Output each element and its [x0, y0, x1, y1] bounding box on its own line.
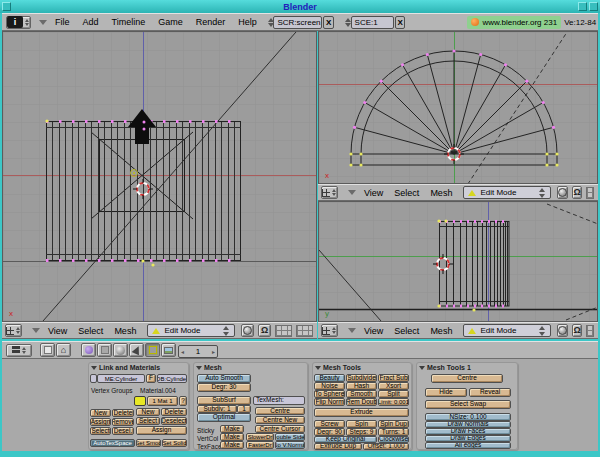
- draw-edges-toggle[interactable]: Draw Edges: [425, 435, 511, 442]
- steps-spinner[interactable]: Steps: 9: [346, 428, 377, 436]
- logic-context-button[interactable]: [81, 343, 96, 357]
- selected-vertex[interactable]: [141, 259, 144, 262]
- hide-button[interactable]: Hide: [425, 388, 467, 397]
- mesh-browse-button[interactable]: [90, 374, 97, 383]
- viewport-top-canvas[interactable]: x: [319, 32, 597, 183]
- layer-buttons-a[interactable]: [586, 325, 594, 337]
- material-index-spinner[interactable]: 1 Mat 1: [147, 396, 178, 406]
- set-solid-button[interactable]: Set Solid: [162, 439, 187, 447]
- autotexspace-toggle[interactable]: AutoTexSpace: [90, 439, 135, 447]
- spin-dup-button[interactable]: Spin Dup: [378, 420, 409, 428]
- editor-type-button[interactable]: [5, 324, 22, 337]
- no-vnormal-toggle[interactable]: No V.Normal: [275, 441, 305, 449]
- fract-subd-button[interactable]: Fract Sub: [378, 374, 409, 382]
- home-button[interactable]: ⌂: [56, 343, 71, 357]
- vgroup-select-button[interactable]: Select: [90, 427, 111, 435]
- offset-spinner[interactable]: Offset: 1.000: [363, 443, 409, 450]
- set-smooth-button[interactable]: Set Smoo: [136, 439, 161, 447]
- menu-mesh[interactable]: Mesh: [430, 326, 452, 336]
- menu-select[interactable]: Select: [78, 326, 103, 336]
- vgroup-new-button[interactable]: New: [90, 409, 111, 417]
- header-collapse-icon[interactable]: [348, 328, 356, 333]
- window-menu-button[interactable]: [2, 2, 11, 11]
- layer-buttons-a[interactable]: [275, 325, 292, 337]
- screw-button[interactable]: Screw: [314, 420, 345, 428]
- viewport-front-canvas[interactable]: x: [3, 32, 316, 321]
- beauty-toggle[interactable]: Beauty: [314, 374, 345, 382]
- material-assign-button[interactable]: Assign: [136, 426, 187, 435]
- vertex-dot[interactable]: [143, 128, 146, 131]
- object-name-field[interactable]: OB:Cylinder: [157, 374, 187, 383]
- menu-help[interactable]: Help: [238, 17, 257, 27]
- window-close-button[interactable]: [589, 2, 598, 11]
- panel-collapse-icon[interactable]: [196, 366, 202, 370]
- select-swap-button[interactable]: Select Swap: [425, 400, 511, 409]
- info-collapse-icon[interactable]: [39, 20, 47, 25]
- degr-spinner[interactable]: Degr: 30: [197, 383, 251, 392]
- material-select-button[interactable]: Select: [136, 417, 160, 425]
- auto-smooth-toggle[interactable]: Auto Smooth: [197, 374, 251, 383]
- material-color-swatch[interactable]: [134, 396, 146, 406]
- fake-user-button[interactable]: F: [146, 374, 156, 383]
- window-titlebar[interactable]: Blender: [0, 0, 600, 13]
- vertcol-make-button[interactable]: Make: [220, 433, 244, 441]
- scene-name-field[interactable]: SCE:1: [351, 16, 394, 29]
- menu-mesh[interactable]: Mesh: [430, 188, 452, 198]
- buttons-editor-type-button[interactable]: [6, 344, 32, 357]
- selected-vertex[interactable]: [444, 219, 447, 222]
- mode-dropdown[interactable]: Edit Mode: [147, 324, 235, 337]
- menu-view[interactable]: View: [48, 326, 67, 336]
- vertex-dot[interactable]: [143, 121, 146, 124]
- centre-button[interactable]: Centre: [255, 407, 305, 415]
- scene-clear-button[interactable]: X: [395, 16, 405, 29]
- layer-buttons-a[interactable]: [586, 187, 594, 199]
- selected-vertex[interactable]: [437, 219, 440, 222]
- menu-game[interactable]: Game: [158, 17, 183, 27]
- window-shade-button[interactable]: [578, 2, 587, 11]
- fullscreen-button[interactable]: [40, 343, 55, 357]
- clockwise-toggle[interactable]: Clockwise: [378, 436, 409, 443]
- turns-spinner[interactable]: Turns: 1: [378, 428, 409, 436]
- viewport-side-canvas[interactable]: y: [319, 202, 597, 321]
- material-help-button[interactable]: ?: [179, 396, 187, 406]
- viewport-side[interactable]: y: [318, 201, 598, 322]
- centre-new-button[interactable]: Centre New: [255, 416, 305, 424]
- split-button[interactable]: Split: [378, 390, 409, 398]
- reveal-button[interactable]: Reveal: [469, 388, 511, 397]
- menu-file[interactable]: File: [55, 17, 70, 27]
- menu-timeline[interactable]: Timeline: [112, 17, 146, 27]
- menu-mesh[interactable]: Mesh: [114, 326, 136, 336]
- sticky-make-button[interactable]: Make: [220, 425, 244, 433]
- frame-prev-icon[interactable]: ◂: [181, 348, 184, 355]
- limit-spinner[interactable]: Limit: 0.001: [378, 398, 409, 406]
- centre-button[interactable]: Centre: [431, 374, 503, 383]
- editor-type-button[interactable]: [321, 324, 338, 337]
- draw-type-button[interactable]: [241, 324, 254, 337]
- fasterdraw-button[interactable]: FasterDr: [246, 441, 274, 449]
- subdiv-spinner[interactable]: Subdiv: 1: [197, 405, 237, 413]
- optimal-toggle[interactable]: Optimal: [197, 413, 251, 422]
- panel-collapse-icon[interactable]: [315, 366, 321, 370]
- screen-browse-spinner[interactable]: [267, 17, 273, 28]
- flip-normals-button[interactable]: Flip Norm: [314, 398, 345, 406]
- editor-type-button[interactable]: [321, 186, 338, 199]
- vgroup-assign-button[interactable]: Assign: [90, 418, 111, 426]
- screen-name-field[interactable]: SCR:screen.001: [273, 16, 322, 29]
- draw-type-button[interactable]: [557, 186, 568, 199]
- viewport-top[interactable]: x: [318, 31, 598, 184]
- pivot-button[interactable]: Ω: [572, 186, 581, 199]
- texface-make-button[interactable]: Make: [220, 441, 244, 449]
- selected-vertex[interactable]: [151, 263, 154, 266]
- hash-button[interactable]: Hash: [346, 382, 377, 390]
- scene-context-button[interactable]: [161, 343, 176, 357]
- noise-button[interactable]: Noise: [314, 382, 345, 390]
- vgroup-deselect-button[interactable]: Desel.: [112, 427, 134, 435]
- material-delete-button[interactable]: Delete: [161, 408, 187, 416]
- frame-number-field[interactable]: ◂ 1 ▸: [178, 345, 218, 358]
- pivot-button[interactable]: Ω: [258, 324, 271, 337]
- frame-next-icon[interactable]: ▸: [212, 348, 215, 355]
- xsort-button[interactable]: Xsort: [378, 382, 409, 390]
- spin-button[interactable]: Spin: [346, 420, 377, 428]
- object-context-button[interactable]: [129, 343, 144, 357]
- selected-vertex[interactable]: [472, 308, 475, 311]
